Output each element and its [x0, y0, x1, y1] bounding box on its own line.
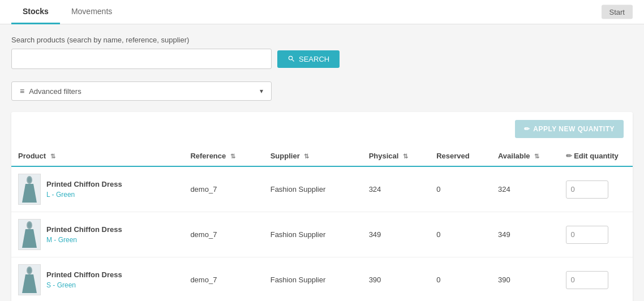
- col-header-supplier: Supplier ⇅: [264, 146, 362, 166]
- col-header-reserved: Reserved: [430, 146, 491, 166]
- search-section: Search products (search by name, referen…: [0, 24, 644, 75]
- tab-stocks[interactable]: Stocks: [11, 0, 60, 24]
- available-cell-2: 390: [491, 257, 559, 302]
- edit-qty-cell-2: [559, 257, 633, 302]
- edit-qty-cell-1: [559, 212, 633, 257]
- supplier-cell-2: Fashion Supplier: [264, 257, 362, 302]
- main-content: ✏ APPLY NEW QUANTITY Product ⇅ Reference…: [11, 112, 633, 301]
- product-name-2: Printed Chiffon Dress: [46, 270, 122, 279]
- product-cell-0: Printed Chiffon Dress L - Green: [11, 166, 183, 212]
- table-row: Printed Chiffon Dress M - Green demo_7 F…: [11, 212, 633, 257]
- apply-btn-label: APPLY NEW QUANTITY: [533, 125, 615, 133]
- svg-marker-1: [22, 184, 37, 203]
- svg-marker-7: [22, 274, 37, 293]
- sort-icon-available[interactable]: ⇅: [534, 153, 539, 160]
- svg-point-5: [28, 222, 31, 228]
- sort-icon-product[interactable]: ⇅: [50, 153, 55, 160]
- apply-new-quantity-button[interactable]: ✏ APPLY NEW QUANTITY: [515, 120, 624, 138]
- reserved-cell-2: 0: [430, 257, 491, 302]
- table-row: Printed Chiffon Dress S - Green demo_7 F…: [11, 257, 633, 302]
- svg-point-2: [28, 177, 31, 183]
- supplier-cell-0: Fashion Supplier: [264, 166, 362, 212]
- search-row: SEARCH: [11, 49, 633, 69]
- reference-cell-0: demo_7: [183, 166, 263, 212]
- product-cell-2: Printed Chiffon Dress S - Green: [11, 257, 183, 302]
- col-header-available: Available ⇅: [491, 146, 559, 166]
- filter-icon: ≡: [20, 87, 24, 96]
- start-button[interactable]: Start: [602, 5, 633, 19]
- chevron-down-icon: ▾: [260, 87, 263, 95]
- search-icon: [287, 55, 295, 63]
- search-label: Search products (search by name, referen…: [11, 36, 633, 44]
- reserved-cell-1: 0: [430, 212, 491, 257]
- edit-qty-input-1[interactable]: [566, 226, 608, 244]
- col-header-product: Product ⇅: [11, 146, 183, 166]
- reserved-cell-0: 0: [430, 166, 491, 212]
- sort-icon-supplier[interactable]: ⇅: [304, 153, 309, 160]
- filter-row: ≡ Advanced filters ▾: [11, 81, 633, 101]
- search-input[interactable]: [11, 49, 272, 69]
- edit-qty-cell-0: [559, 166, 633, 212]
- table-header-row: Product ⇅ Reference ⇅ Supplier ⇅ Physica…: [11, 146, 633, 166]
- reference-cell-1: demo_7: [183, 212, 263, 257]
- available-cell-0: 324: [491, 166, 559, 212]
- edit-qty-input-2[interactable]: [566, 271, 608, 289]
- col-header-physical: Physical ⇅: [362, 146, 430, 166]
- pencil-icon: ✏: [524, 125, 530, 133]
- svg-marker-4: [22, 229, 37, 248]
- advanced-filters-label: Advanced filters: [29, 87, 81, 96]
- col-header-reference: Reference ⇅: [183, 146, 263, 166]
- available-cell-1: 349: [491, 212, 559, 257]
- sort-icon-physical[interactable]: ⇅: [403, 153, 408, 160]
- tabs-bar: Stocks Movements Start: [0, 0, 644, 24]
- product-name-0: Printed Chiffon Dress: [46, 180, 122, 188]
- physical-cell-2: 390: [362, 257, 430, 302]
- physical-cell-1: 349: [362, 212, 430, 257]
- product-cell-1: Printed Chiffon Dress M - Green: [11, 212, 183, 257]
- search-button-label: SEARCH: [299, 55, 329, 63]
- product-image-0: [18, 174, 41, 205]
- stock-table: Product ⇅ Reference ⇅ Supplier ⇅ Physica…: [11, 146, 633, 301]
- product-variant-1: M - Green: [46, 236, 77, 244]
- svg-point-8: [28, 268, 31, 273]
- table-actions-row: ✏ APPLY NEW QUANTITY: [11, 112, 633, 146]
- product-image-2: [18, 264, 41, 295]
- reference-cell-2: demo_7: [183, 257, 263, 302]
- tab-movements[interactable]: Movements: [60, 0, 123, 24]
- search-button[interactable]: SEARCH: [277, 50, 340, 68]
- edit-qty-input-0[interactable]: [566, 180, 608, 199]
- pencil-edit-icon: ✏: [566, 152, 572, 160]
- col-header-edit: ✏ Edit quantity: [559, 146, 633, 166]
- physical-cell-0: 324: [362, 166, 430, 212]
- product-image-1: [18, 219, 41, 250]
- supplier-cell-1: Fashion Supplier: [264, 212, 362, 257]
- product-name-1: Printed Chiffon Dress: [46, 225, 122, 234]
- advanced-filters-dropdown[interactable]: ≡ Advanced filters ▾: [11, 81, 272, 101]
- table-row: Printed Chiffon Dress L - Green demo_7 F…: [11, 166, 633, 212]
- product-variant-2: S - Green: [46, 281, 76, 289]
- product-variant-0: L - Green: [46, 191, 75, 199]
- sort-icon-reference[interactable]: ⇅: [230, 153, 235, 160]
